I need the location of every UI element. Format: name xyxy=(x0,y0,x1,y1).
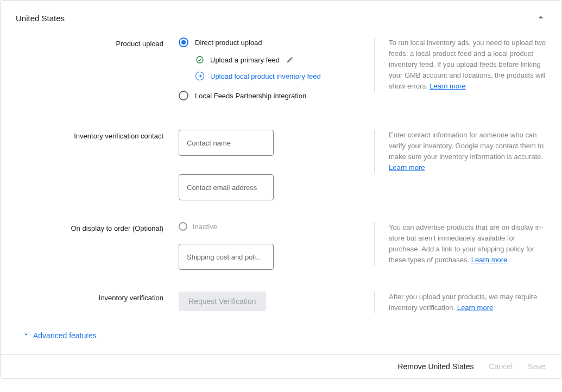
row-middle: Request Verification xyxy=(179,292,374,311)
card-header: United States xyxy=(1,1,561,31)
row-product-upload: Product upload Direct product upload Upl… xyxy=(16,31,546,123)
sub-item-inventory-feed[interactable]: Upload local product inventory feed xyxy=(195,71,359,81)
card-footer: Remove United States Cancel Save xyxy=(1,354,561,378)
row-label: Product upload xyxy=(16,37,179,48)
save-button: Save xyxy=(528,362,545,371)
request-verification-button: Request Verification xyxy=(179,292,266,311)
radio-selected-icon xyxy=(179,37,188,47)
remove-button[interactable]: Remove United States xyxy=(397,362,473,371)
card-title: United States xyxy=(16,14,65,23)
learn-more-link[interactable]: Learn more xyxy=(457,304,493,312)
help-text: Enter contact information for someone wh… xyxy=(389,131,544,161)
row-help: You can advertise products that are on d… xyxy=(374,222,546,265)
country-card: United States Product upload Direct prod… xyxy=(0,0,562,379)
row-middle: Direct product upload Upload a primary f… xyxy=(179,37,374,108)
row-help: To run local inventory ads, you need to … xyxy=(374,37,546,92)
advanced-features-toggle[interactable]: Advanced features xyxy=(16,328,546,350)
row-inventory-contact: Inventory verification contact Contact n… xyxy=(16,123,546,216)
check-circle-icon xyxy=(195,55,205,65)
contact-email-input[interactable]: Contact email address xyxy=(179,174,274,200)
chevron-up-icon xyxy=(535,12,546,24)
radio-direct-upload[interactable]: Direct product upload xyxy=(179,37,359,47)
chevron-down-icon xyxy=(22,331,30,340)
row-middle: Contact name Contact email address xyxy=(179,130,374,200)
sub-item-label: Upload a primary feed xyxy=(210,56,280,64)
row-middle: Inactive Shipping cost and poli... xyxy=(179,222,374,270)
toggle-off-icon xyxy=(179,222,187,231)
contact-name-input[interactable]: Contact name xyxy=(179,130,274,156)
row-help: Enter contact information for someone wh… xyxy=(374,130,546,173)
row-on-display: On display to order (Optional) Inactive … xyxy=(16,216,546,285)
inactive-toggle[interactable]: Inactive xyxy=(179,222,359,231)
svg-point-0 xyxy=(197,56,203,63)
radio-label: Local Feeds Partnership integration xyxy=(195,92,306,100)
arrow-right-circle-icon xyxy=(195,71,205,81)
pencil-icon[interactable] xyxy=(285,55,295,65)
shipping-policy-input[interactable]: Shipping cost and poli... xyxy=(179,244,274,270)
learn-more-link[interactable]: Learn more xyxy=(430,82,465,90)
toggle-label: Inactive xyxy=(193,223,217,231)
sub-items: Upload a primary feed Upload local produ… xyxy=(179,55,359,81)
card-content: Product upload Direct product upload Upl… xyxy=(1,31,561,354)
radio-label: Direct product upload xyxy=(195,39,262,47)
row-inventory-verification: Inventory verification Request Verificat… xyxy=(16,285,546,328)
sub-item-label: Upload local product inventory feed xyxy=(210,72,321,80)
learn-more-link[interactable]: Learn more xyxy=(389,163,425,172)
advanced-label: Advanced features xyxy=(33,331,97,340)
row-label: Inventory verification xyxy=(16,292,179,302)
sub-item-primary-feed[interactable]: Upload a primary feed xyxy=(195,55,359,65)
row-help: After you upload your products, we may r… xyxy=(374,292,546,313)
cancel-button: Cancel xyxy=(489,362,513,371)
help-text: To run local inventory ads, you need to … xyxy=(389,39,546,90)
learn-more-link[interactable]: Learn more xyxy=(471,256,507,264)
collapse-button[interactable] xyxy=(532,9,550,27)
radio-unselected-icon xyxy=(179,91,188,100)
radio-local-feeds-partnership[interactable]: Local Feeds Partnership integration xyxy=(179,91,359,100)
row-label: On display to order (Optional) xyxy=(16,222,179,232)
row-label: Inventory verification contact xyxy=(16,130,179,140)
help-text: You can advertise products that are on d… xyxy=(389,223,543,264)
